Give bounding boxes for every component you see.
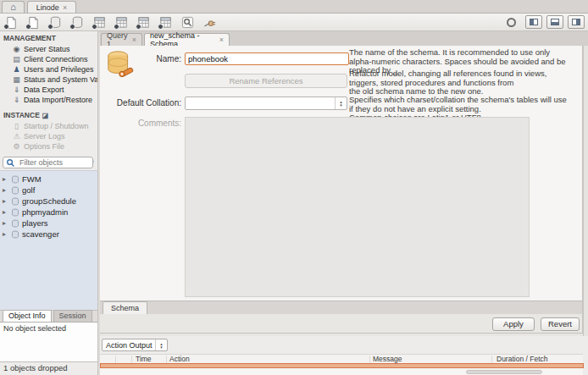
expander-icon[interactable]: ▸ [3, 208, 8, 216]
expander-icon[interactable]: ▸ [3, 186, 8, 194]
sidebar-item-server-status[interactable]: ◉Server Status [0, 44, 97, 54]
sidebar-item-client-connections[interactable]: ▤Client Connections [0, 54, 97, 64]
schema-icon [11, 186, 19, 195]
person-icon: ♟ [12, 65, 21, 74]
name-label: Name: [117, 54, 181, 63]
tab-session[interactable]: Session [53, 310, 92, 322]
main-area: Query 1× new_schema - Schema× Name: The … [100, 31, 588, 375]
power-icon: ▯ [12, 122, 21, 130]
expander-icon[interactable]: ▸ [3, 175, 8, 183]
status-bar-text: 1 objects dropped [3, 363, 68, 372]
connection-status-icon [507, 18, 516, 27]
schema-icon [11, 219, 19, 228]
home-icon: ⌂ [10, 2, 16, 12]
editor-bottom-tab-bar: Schema [100, 301, 583, 314]
window-tab-bar: ⌂ Linode × [0, 0, 588, 14]
apply-button[interactable]: Apply [492, 317, 535, 331]
spinner-icon: ▴▾ [155, 339, 167, 350]
comments-textarea[interactable] [185, 117, 530, 297]
schema-list: ▸FWM ▸golf ▸groupSchedule ▸phpmyadmin ▸p… [0, 170, 97, 310]
schema-name-input[interactable] [185, 52, 349, 65]
create-view-icon[interactable] [114, 15, 130, 30]
schema-icon [11, 208, 19, 217]
close-icon[interactable]: × [132, 36, 136, 44]
object-info-panel: No object selected [0, 322, 97, 362]
management-section-header: MANAGEMENT [0, 31, 97, 44]
warning-icon: ⚠ [12, 132, 21, 141]
schema-editor: Name: The name of the schema. It is reco… [100, 46, 583, 301]
schema-icon [11, 230, 19, 239]
reconnect-dbms-icon[interactable] [202, 15, 218, 30]
toolbar-right-controls [507, 15, 585, 29]
editor-button-row: Apply Revert [100, 314, 583, 334]
horizontal-scrollbar[interactable] [466, 370, 542, 374]
create-table-icon[interactable] [92, 15, 108, 30]
output-selector[interactable]: Action Output ▴▾ [102, 339, 168, 351]
collation-select[interactable]: ▴▾ [185, 97, 347, 110]
mysql-workbench-window: ⌂ Linode × MANAGEMENT ◉Server Status ▤Cl… [0, 0, 588, 375]
info-tab-bar: Object Info Session [0, 310, 97, 322]
sidebar-item-data-import[interactable]: ⇓Data Import/Restore [0, 95, 97, 105]
sidebar-item-options-file[interactable]: ⚙Options File [0, 141, 97, 152]
connection-tab-linode[interactable]: Linode × [27, 1, 76, 13]
column-header-action[interactable]: Action [169, 355, 190, 363]
tab-query-1[interactable]: Query 1× [101, 33, 142, 46]
sidebar-item-data-export[interactable]: ⇓Data Export [0, 85, 97, 95]
sidebar-item-startup-shutdown[interactable]: ▯Startup / Shutdown [0, 121, 97, 131]
tab-new-schema[interactable]: new_schema - Schema× [144, 33, 230, 46]
toggle-right-panel-button[interactable] [568, 15, 585, 29]
output-table-body [100, 368, 583, 375]
expander-icon[interactable]: ▸ [3, 219, 8, 227]
create-procedure-icon[interactable] [136, 15, 152, 30]
tab-object-info[interactable]: Object Info [3, 310, 52, 322]
column-header-duration[interactable]: Duration / Fetch [496, 355, 547, 363]
schema-item-groupschedule[interactable]: ▸groupSchedule [0, 196, 97, 207]
tab-schema[interactable]: Schema [103, 301, 147, 314]
toggle-left-panel-button[interactable] [525, 15, 542, 29]
object-info-text: No object selected [3, 324, 66, 333]
schema-icon [11, 175, 19, 184]
search-icon [6, 158, 15, 168]
close-icon[interactable]: × [219, 36, 224, 44]
search-data-icon[interactable] [180, 15, 196, 30]
column-header-time[interactable]: Time [136, 355, 152, 363]
connection-info-icon[interactable] [47, 15, 64, 30]
action-output-panel: Action Output ▴▾ Time Action Message Dur… [100, 336, 588, 375]
expander-icon[interactable]: ▸ [3, 197, 8, 205]
create-function-icon[interactable] [158, 15, 174, 30]
schema-item-scavenger[interactable]: ▸scavenger [0, 229, 97, 240]
schema-item-golf[interactable]: ▸golf [0, 185, 97, 196]
schema-filter-box[interactable] [3, 157, 93, 168]
sidebar-item-system-variables[interactable]: ▦Status and System Variables [0, 74, 97, 85]
import-icon: ⇓ [12, 96, 21, 104]
schema-item-players[interactable]: ▸players [0, 218, 97, 229]
collation-label: Default Collation: [108, 98, 181, 108]
new-sql-tab-icon[interactable] [3, 15, 19, 30]
gauge-icon: ◉ [12, 45, 21, 53]
close-icon[interactable]: × [63, 3, 67, 12]
schema-filter-input[interactable] [18, 157, 89, 168]
open-sql-script-icon[interactable] [25, 15, 42, 30]
instance-section-header: INSTANCE◪ [0, 108, 97, 121]
schema-item-fwm[interactable]: ▸FWM [0, 174, 97, 185]
rename-references-button[interactable]: Rename References [185, 74, 347, 88]
sidebar-item-users-privileges[interactable]: ♟Users and Privileges [0, 64, 97, 74]
spinner-icon: ▴▾ [335, 97, 347, 109]
editor-tab-bar: Query 1× new_schema - Schema× [100, 31, 588, 47]
sidebar-item-server-logs[interactable]: ⚠Server Logs [0, 131, 97, 141]
home-tab[interactable]: ⌂ [2, 1, 25, 13]
schema-item-phpmyadmin[interactable]: ▸phpmyadmin [0, 207, 97, 218]
expander-icon[interactable]: ▸ [3, 230, 8, 238]
grid-icon: ▦ [12, 75, 21, 84]
rename-help-text: Refactor model, changing all references … [349, 69, 574, 97]
right-edge-strip [583, 46, 588, 375]
column-header-message[interactable]: Message [373, 355, 402, 363]
toggle-bottom-panel-button[interactable] [546, 15, 563, 29]
main-toolbar [0, 14, 588, 31]
comments-label: Comments: [117, 119, 181, 128]
navigator-sidebar: MANAGEMENT ◉Server Status ▤Client Connec… [0, 31, 97, 375]
create-schema-icon[interactable] [69, 15, 86, 30]
revert-button[interactable]: Revert [541, 317, 580, 331]
schema-icon [11, 197, 19, 206]
wrench-icon: ⚙ [12, 142, 21, 151]
